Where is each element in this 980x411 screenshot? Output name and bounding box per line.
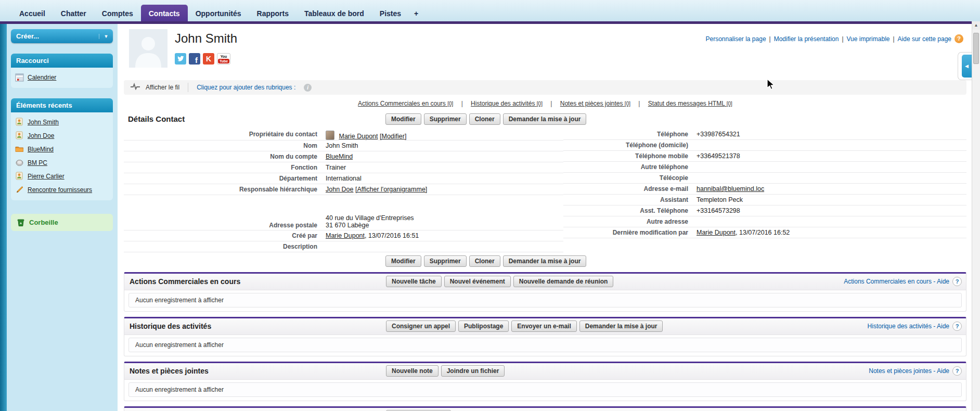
facebook-icon[interactable]: f	[189, 53, 200, 65]
demander-mise-a-jour-button[interactable]: Demander la mise à jour	[503, 255, 587, 267]
nouvelle-demande-reunion-button[interactable]: Nouvelle demande de réunion	[513, 276, 614, 287]
help-icon[interactable]: ?	[955, 34, 963, 43]
top-nav: Accueil Chatter Comptes Contacts Opportu…	[0, 0, 980, 24]
related-list-jump-links: Actions Commerciales en cours [0] | Hist…	[124, 100, 966, 107]
tab-add-more[interactable]: +	[409, 5, 423, 21]
jump-link-historique-activites[interactable]: Historique des activités [0]	[471, 100, 543, 107]
help-icon[interactable]: ?	[952, 277, 962, 286]
page-action-links: Personnaliser la page | Modifier la prés…	[705, 34, 963, 43]
tab-opportunites[interactable]: Opportunités	[188, 5, 249, 21]
contact-avatar	[129, 29, 167, 68]
owner-link[interactable]: Marie Dupont	[339, 133, 378, 140]
separator: |	[842, 35, 843, 43]
tab-rapports[interactable]: Rapports	[249, 5, 296, 21]
supprimer-button[interactable]: Supprimer	[424, 113, 467, 125]
cloner-button[interactable]: Cloner	[469, 113, 500, 125]
consigner-appel-button[interactable]: Consigner un appel	[386, 320, 456, 332]
created-by-link[interactable]: Marie Dupont	[326, 232, 365, 239]
modified-by-link[interactable]: Marie Dupont	[697, 229, 736, 236]
tab-accueil[interactable]: Accueil	[11, 5, 53, 21]
calendar-icon	[15, 73, 24, 82]
contact-icon	[15, 172, 24, 181]
scrollbar-up-arrow[interactable]: ▲	[972, 21, 980, 30]
field-responsable-hierarchique: Responsable hiérarchique John Doe [Affic…	[124, 184, 563, 195]
section-help-link[interactable]: Historique des activités - Aide	[868, 323, 949, 330]
recent-item-rencontre-fournisseurs[interactable]: Rencontre fournisseurs	[15, 185, 109, 194]
recent-item-bm-pc[interactable]: BM PC	[15, 158, 109, 167]
section-help-link[interactable]: Actions Commerciales en cours - Aide	[844, 278, 949, 285]
divider	[188, 83, 188, 92]
section-help-link[interactable]: Notes et pièces jointes - Aide	[869, 367, 949, 375]
modified-date: , 13/07/2016 16:52	[736, 229, 790, 236]
help-icon[interactable]: ?	[952, 366, 962, 376]
vertical-scrollbar[interactable]: ▲	[972, 21, 980, 411]
tab-comptes[interactable]: Comptes	[94, 5, 141, 21]
recent-panel-title: Éléments récents	[11, 98, 113, 112]
add-topics-link[interactable]: Cliquez pour ajouter des rubriques :	[197, 84, 295, 91]
created-date: , 13/07/2016 16:51	[365, 232, 419, 239]
manager-link[interactable]: John Doe	[326, 186, 354, 193]
coin-icon	[15, 158, 24, 167]
account-link[interactable]: BlueMind	[326, 153, 353, 160]
details-header: Détails Contact Modifier Supprimer Clone…	[124, 113, 966, 127]
details-buttons-bottom: Modifier Supprimer Cloner Demander la mi…	[385, 255, 966, 267]
tab-tableaux-de-bord[interactable]: Tableaux de bord	[296, 5, 372, 21]
owner-modify-link[interactable]: [Modifier]	[380, 133, 406, 140]
field-assistant: Assistant Templeton Peck	[563, 195, 966, 206]
nouvel-evenement-button[interactable]: Nouvel événement	[444, 276, 511, 287]
jump-link-actions-commerciales[interactable]: Actions Commerciales en cours [0]	[358, 100, 453, 107]
demander-mise-a-jour-button[interactable]: Demander la mise à jour	[503, 113, 587, 125]
scrollbar-thumb[interactable]	[973, 33, 979, 64]
recent-items-panel: Éléments récents John Smith John Doe Blu…	[11, 98, 113, 200]
youtube-icon[interactable]: You Tube	[217, 53, 230, 65]
details-section-title: Détails Contact	[128, 114, 185, 123]
joindre-fichier-button[interactable]: Joindre un fichier	[441, 365, 505, 377]
contact-icon	[15, 118, 24, 126]
recent-item-pierre-carlier[interactable]: Pierre Carlier	[15, 172, 109, 181]
link-vue-imprimable[interactable]: Vue imprimable	[847, 35, 890, 43]
org-chart-link[interactable]: [Afficher l'organigramme]	[355, 186, 427, 193]
link-aide-sur-cette-page[interactable]: Aide sur cette page	[898, 35, 951, 43]
klout-icon[interactable]: K	[203, 53, 214, 65]
recent-item-john-doe[interactable]: John Doe	[15, 131, 109, 140]
create-dropdown-button[interactable]: Créer... ▼	[11, 29, 113, 43]
tab-pistes[interactable]: Pistes	[372, 5, 409, 21]
supprimer-button[interactable]: Supprimer	[424, 255, 467, 267]
twitter-icon[interactable]	[175, 53, 186, 65]
tab-contacts-active[interactable]: Contacts	[141, 5, 188, 21]
collapse-panel-tab[interactable]: ◀	[958, 52, 972, 80]
cloner-button[interactable]: Cloner	[469, 255, 500, 267]
publipostage-button[interactable]: Publipostage	[458, 320, 509, 332]
link-modifier-la-presentation[interactable]: Modifier la présentation	[774, 35, 839, 43]
chevron-left-icon: ◀	[962, 55, 972, 78]
email-link[interactable]: hannibal@bluemind.loc	[697, 185, 764, 192]
recent-item-label: BM PC	[28, 159, 47, 166]
field-autre-adresse: Autre adresse	[563, 216, 966, 227]
tab-chatter[interactable]: Chatter	[53, 5, 94, 21]
social-icons: f K You Tube	[175, 53, 230, 65]
nouvelle-tache-button[interactable]: Nouvelle tâche	[386, 276, 442, 287]
empty-records-message: Aucun enregistrement à afficher	[128, 293, 962, 307]
modifier-button[interactable]: Modifier	[385, 113, 421, 125]
section-title: Notes et pièces jointes	[130, 367, 209, 375]
envoyer-email-button[interactable]: Envoyer un e-mail	[511, 320, 576, 332]
sidebar-edge-strip	[0, 24, 7, 411]
nouvelle-note-button[interactable]: Nouvelle note	[386, 365, 439, 377]
field-nom-du-compte: Nom du compte BlueMind	[124, 151, 563, 162]
recent-item-john-smith[interactable]: John Smith	[15, 118, 109, 126]
info-icon[interactable]: i	[304, 84, 312, 92]
field-asst-telephone: Asst. Téléphone +33164573298	[563, 206, 966, 216]
link-personnaliser-la-page[interactable]: Personnaliser la page	[705, 35, 766, 43]
demander-mise-a-jour-button[interactable]: Demander la mise à jour	[579, 320, 663, 332]
main-content: John Smith f K You Tube Personnaliser la…	[118, 24, 972, 411]
recent-item-bluemind[interactable]: BlueMind	[15, 145, 109, 153]
jump-link-notes-pieces-jointes[interactable]: Notes et pièces jointes [0]	[560, 100, 630, 107]
separator: |	[769, 35, 771, 43]
modifier-button[interactable]: Modifier	[385, 255, 421, 267]
sidebar-item-calendrier[interactable]: Calendrier	[15, 73, 109, 82]
section-buttons: Nouvelle tâche Nouvel événement Nouvelle…	[386, 276, 613, 287]
show-feed-link[interactable]: Afficher le fil	[146, 84, 179, 91]
jump-link-statut-messages-html[interactable]: Statut des messages HTML [0]	[648, 100, 732, 107]
recycle-bin-link[interactable]: Corbeille	[11, 214, 113, 231]
help-icon[interactable]: ?	[952, 322, 962, 331]
